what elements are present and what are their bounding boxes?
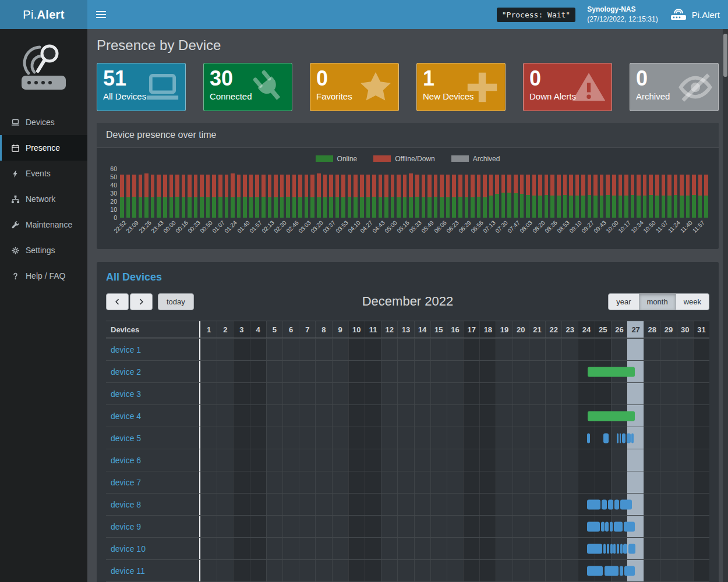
chart-bar [261, 175, 266, 218]
day-cell [545, 449, 561, 471]
day-cell [381, 383, 397, 404]
legend-item-archived: Archived [451, 155, 500, 163]
day-cell [200, 560, 217, 581]
day-cell [414, 339, 430, 360]
day-cell [677, 361, 693, 382]
presence-event-bar [613, 544, 616, 553]
day-cell [397, 538, 414, 559]
day-cell [677, 471, 693, 493]
presence-event-bar [587, 433, 590, 443]
page-scrollbar[interactable] [723, 29, 728, 582]
tile-connected[interactable]: 30Connected [203, 63, 292, 111]
device-link[interactable]: device 1 [111, 345, 141, 354]
chart-bar [384, 175, 388, 218]
day-cell [200, 361, 217, 382]
device-link[interactable]: device 5 [111, 434, 141, 443]
chart-bar [452, 175, 456, 218]
sidebar-item-events[interactable]: Events [0, 161, 87, 186]
day-cell [496, 361, 512, 382]
page-title: Presence by Device [97, 37, 719, 54]
sidebar-item-network[interactable]: Network [0, 186, 87, 212]
day-cell [414, 427, 430, 449]
device-presence-track [200, 494, 709, 515]
calendar-view-year-button[interactable]: year [608, 293, 639, 310]
tile-archived[interactable]: 0Archived [630, 63, 719, 111]
device-link[interactable]: device 6 [111, 456, 141, 465]
sidebar-item-devices[interactable]: Devices [0, 109, 87, 135]
device-link[interactable]: device 4 [111, 411, 141, 421]
day-cell [545, 516, 561, 537]
day-cell [299, 560, 315, 581]
device-link[interactable]: device 3 [111, 389, 141, 399]
presence-event-bar [587, 499, 600, 509]
device-row: device 4 [106, 404, 709, 427]
topbar-app-link[interactable]: Pi.Alert [670, 8, 720, 22]
router-magnifier-icon [13, 38, 74, 97]
chart-bar [532, 175, 536, 218]
device-link[interactable]: device 8 [111, 500, 141, 509]
day-cell [365, 339, 381, 360]
chart-bar [292, 175, 296, 218]
sidebar-item-help-faq[interactable]: Help / FAQ [0, 263, 87, 289]
scrollbar-thumb[interactable] [723, 34, 727, 77]
device-row: device 9 [106, 515, 709, 537]
chart-bar [280, 175, 284, 218]
day-cell [348, 449, 365, 471]
day-cell [397, 560, 414, 581]
device-link[interactable]: device 7 [111, 478, 141, 487]
day-cell [595, 339, 611, 360]
day-cell [447, 339, 463, 360]
tile-new-devices[interactable]: 1New Devices [416, 63, 506, 111]
sidebar-item-label: Devices [26, 118, 55, 127]
calendar-view-week-button[interactable]: week [676, 293, 709, 310]
sidebar-item-presence[interactable]: Presence [0, 135, 87, 161]
tile-down-alerts[interactable]: 0Down Alerts [523, 63, 612, 111]
calendar-view-month-button[interactable]: month [639, 293, 676, 310]
device-link[interactable]: device 11 [111, 566, 145, 576]
device-link[interactable]: device 2 [111, 367, 141, 377]
calendar-prev-button[interactable] [106, 293, 129, 310]
calendar-next-button[interactable] [130, 293, 153, 310]
day-cell [479, 339, 496, 360]
day-cell [660, 405, 676, 427]
day-cell [348, 383, 365, 404]
chart-bar [144, 173, 149, 218]
sidebar-toggle-button[interactable] [87, 0, 114, 29]
calendar-icon [11, 144, 20, 152]
day-cell [644, 538, 660, 559]
day-cell [595, 383, 611, 404]
tile-all-devices[interactable]: 51All Devices [97, 63, 186, 111]
day-cell [381, 471, 397, 493]
device-row: device 8 [106, 493, 709, 515]
chart-bar [520, 175, 524, 218]
chart-bar [422, 175, 426, 218]
day-cell [282, 427, 299, 449]
chart-bar [335, 175, 340, 218]
tile-favorites[interactable]: 0Favorites [310, 63, 399, 111]
brand-logo[interactable]: Pi.Alert [0, 0, 87, 29]
sidebar-item-label: Maintenance [26, 220, 72, 229]
sidebar-menu: DevicesPresenceEventsNetworkMaintenanceS… [0, 109, 87, 289]
calendar-today-button[interactable]: today [158, 293, 194, 310]
day-cell [250, 339, 266, 360]
day-cell [348, 339, 365, 360]
day-cell [660, 471, 676, 493]
day-cell [397, 471, 414, 493]
presence-event-bar [608, 499, 613, 509]
device-presence-track [200, 471, 709, 493]
device-link[interactable]: device 9 [111, 522, 141, 531]
day-cell [332, 361, 348, 382]
chart-bar [225, 175, 229, 218]
sidebar-item-settings[interactable]: Settings [0, 237, 87, 263]
router-icon [670, 8, 687, 22]
day-cell [266, 516, 282, 537]
sidebar-item-maintenance[interactable]: Maintenance [0, 212, 87, 237]
devices-column-header: Devices [106, 321, 200, 338]
day-cell [545, 339, 561, 360]
device-name-cell: device 10 [106, 538, 200, 559]
gear-icon [11, 246, 20, 255]
host-name: Synology-NAS [587, 5, 658, 15]
day-cell [299, 383, 315, 404]
chart-bar [341, 175, 345, 218]
device-link[interactable]: device 10 [111, 544, 146, 553]
